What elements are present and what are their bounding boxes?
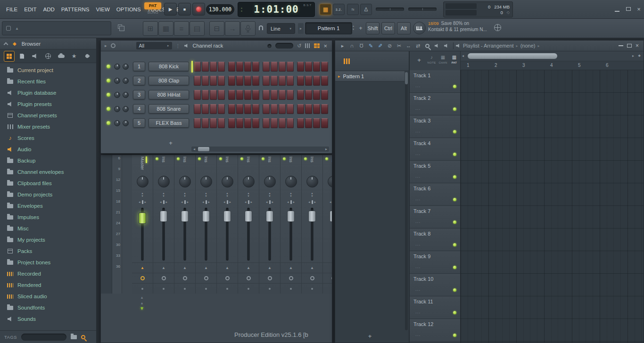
pattern-spinner[interactable]: ▴▾: [353, 24, 354, 31]
step-cell[interactable]: [202, 118, 209, 128]
mixer-strip-insert-8[interactable]: Ins▲▼◂▸▲: [302, 155, 323, 294]
strip-enable-led[interactable]: [262, 157, 264, 160]
track-header-track-4[interactable]: Track 4...: [410, 138, 460, 161]
mixer-strip-master[interactable]: Master▲▼◂▸▲: [132, 155, 153, 294]
record-arm-icon[interactable]: [310, 276, 314, 280]
step-cell[interactable]: [297, 62, 304, 72]
strip-dot-icon[interactable]: [184, 288, 186, 290]
strip-dot-icon[interactable]: [290, 288, 292, 290]
route-arrow-icon[interactable]: ▲: [162, 266, 165, 270]
mixer-button[interactable]: ≡: [174, 21, 189, 36]
strip-fader[interactable]: [281, 206, 301, 262]
volume-knob[interactable]: [123, 92, 129, 98]
record-arm-icon[interactable]: [204, 276, 208, 280]
step-cell[interactable]: [194, 62, 201, 72]
track-enable-led[interactable]: [453, 198, 456, 201]
undo-icon[interactable]: ↺: [297, 43, 301, 49]
step-cell[interactable]: [194, 104, 201, 114]
track-enable-led[interactable]: [453, 266, 456, 269]
strip-fader[interactable]: [174, 206, 195, 262]
track-header-track-11[interactable]: Track 11...: [410, 296, 460, 319]
add-channel-button[interactable]: +: [167, 139, 174, 147]
track-header-track-5[interactable]: Track 5...: [410, 161, 460, 183]
up-arrow-icon[interactable]: [4, 42, 8, 47]
scrollbar-track[interactable]: [197, 147, 323, 151]
step-cell[interactable]: [305, 104, 312, 114]
strip-pan[interactable]: ◂▸: [281, 198, 301, 206]
mini-tab-chan[interactable]: ▦CHAN: [438, 54, 448, 64]
step-cell[interactable]: [244, 118, 251, 128]
step-cell[interactable]: [313, 104, 320, 114]
channel-enable-led[interactable]: [107, 65, 110, 68]
graph-icon[interactable]: [305, 43, 310, 48]
track-enable-led[interactable]: [453, 311, 456, 314]
route-arrow-icon[interactable]: ▲: [225, 266, 229, 270]
scroll-right-icon[interactable]: ▸: [323, 147, 329, 151]
step-cell[interactable]: [236, 62, 243, 72]
volume-knob[interactable]: [123, 120, 129, 126]
strip-pan[interactable]: ◂▸: [153, 198, 174, 206]
channel-number-button[interactable]: 3: [133, 90, 145, 99]
snap-dropdown[interactable]: Line ▾: [267, 23, 295, 34]
step-cell[interactable]: [279, 118, 286, 128]
browser-item-sliced-audio[interactable]: Sliced audio: [0, 291, 96, 302]
step-cell[interactable]: [252, 76, 259, 86]
track-lane[interactable]: [461, 183, 644, 206]
strip-pan[interactable]: ◂▸: [302, 198, 322, 206]
step-cell[interactable]: [218, 90, 225, 100]
browser-item-soundfonts[interactable]: Soundfonts: [0, 302, 96, 313]
strip-fader[interactable]: [259, 206, 280, 262]
step-cell[interactable]: [263, 118, 270, 128]
browser-item-recorded[interactable]: Recorded: [0, 268, 96, 279]
track-enable-led[interactable]: [453, 334, 456, 337]
strip-knob[interactable]: [328, 176, 332, 188]
step-cell[interactable]: [321, 104, 328, 114]
strip-enable-led[interactable]: [240, 157, 243, 160]
strip-enable-led[interactable]: [156, 157, 158, 160]
step-cell[interactable]: [228, 104, 235, 114]
browser-item-packs[interactable]: Packs: [0, 245, 96, 257]
browser-tab-globe[interactable]: [43, 51, 54, 62]
fader-handle[interactable]: [160, 211, 167, 222]
strip-pan[interactable]: ◂▸: [259, 198, 280, 206]
maximize-button[interactable]: [624, 5, 633, 13]
channel-name-button[interactable]: 808 Kick: [149, 62, 189, 71]
step-cell[interactable]: [305, 76, 312, 86]
track-lane[interactable]: [461, 251, 644, 274]
menu-add[interactable]: ADD: [40, 7, 58, 12]
step-cell[interactable]: [287, 62, 294, 72]
step-cell[interactable]: [263, 62, 270, 72]
record-arm-icon[interactable]: [140, 276, 145, 280]
browser-item-misc[interactable]: Misc: [0, 223, 96, 234]
step-cell[interactable]: [202, 90, 209, 100]
step-cell[interactable]: [313, 118, 320, 128]
strip-dot-icon[interactable]: [311, 288, 313, 290]
scroll-left-icon[interactable]: ◂: [462, 54, 464, 58]
channel-number-button[interactable]: 2: [133, 76, 145, 85]
step-cell[interactable]: [202, 62, 209, 72]
step-cell[interactable]: [263, 90, 270, 100]
channel-enable-led[interactable]: [107, 121, 110, 125]
microphone-button[interactable]: [240, 21, 256, 36]
step-cell[interactable]: [218, 62, 225, 72]
time-mode-label[interactable]: B:S:T: [303, 4, 312, 7]
strip-spinner[interactable]: ▲▼: [238, 191, 259, 198]
picker-icon[interactable]: [344, 58, 350, 64]
step-cell[interactable]: [279, 62, 286, 72]
step-cell[interactable]: [244, 90, 251, 100]
folder-icon[interactable]: [71, 335, 77, 339]
strip-fader[interactable]: [217, 206, 238, 262]
strip-pan[interactable]: ◂▸: [174, 198, 195, 206]
picker-scrollbar[interactable]: [405, 72, 408, 330]
track-lane[interactable]: [461, 206, 644, 229]
step-cell[interactable]: [236, 90, 243, 100]
track-enable-led[interactable]: [453, 130, 456, 133]
playback-icon[interactable]: [432, 41, 441, 50]
track-lane[interactable]: [461, 161, 644, 183]
strip-spinner[interactable]: ▲▼: [302, 191, 322, 198]
step-cell[interactable]: [313, 76, 320, 86]
browser-tab-speaker[interactable]: [30, 51, 41, 62]
browser-item-audio[interactable]: Audio: [0, 144, 96, 155]
step-cell[interactable]: [210, 76, 217, 86]
step-cell[interactable]: [271, 76, 278, 86]
